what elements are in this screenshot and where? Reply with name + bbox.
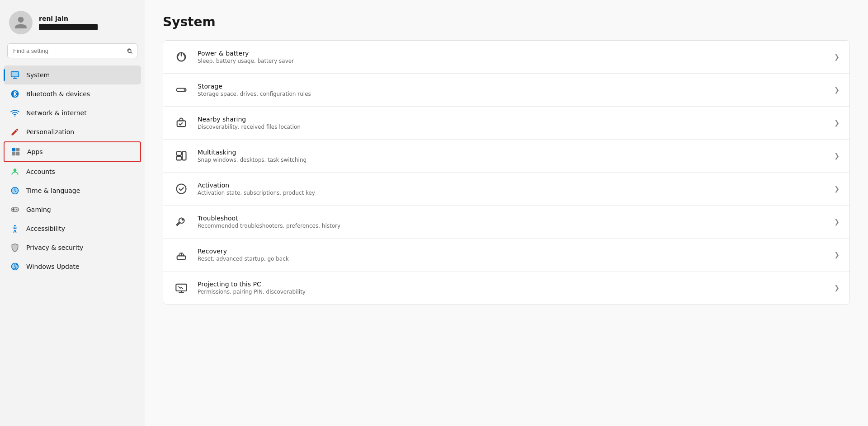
setting-title-projecting: Projecting to this PC — [198, 281, 826, 288]
sidebar-item-windowsupdate[interactable]: Windows Update — [4, 257, 141, 276]
svg-point-21 — [184, 89, 185, 91]
setting-item-multitasking[interactable]: Multitasking Snap windows, desktops, tas… — [163, 140, 849, 173]
setting-item-text-storage: Storage Storage space, drives, configura… — [198, 83, 826, 97]
activation-icon — [173, 181, 189, 197]
sidebar-item-system[interactable]: System — [4, 66, 141, 84]
svg-rect-25 — [182, 152, 186, 160]
user-section: reni jain — [0, 0, 145, 43]
bluetooth-icon: ⬇ — [10, 89, 20, 99]
setting-item-text-power: Power & battery Sleep, battery usage, ba… — [198, 50, 826, 64]
setting-item-text-multitasking: Multitasking Snap windows, desktops, tas… — [198, 149, 826, 163]
windows-update-icon — [10, 262, 20, 272]
setting-title-storage: Storage — [198, 83, 826, 90]
setting-title-activation: Activation — [198, 182, 826, 189]
setting-title-troubleshoot: Troubleshoot — [198, 215, 826, 222]
svg-rect-23 — [177, 152, 182, 155]
search-box[interactable] — [7, 43, 137, 58]
sidebar-item-label-system: System — [26, 71, 50, 79]
storage-icon — [173, 82, 189, 98]
setting-item-nearby[interactable]: Nearby sharing Discoverability, received… — [163, 107, 849, 140]
sidebar-item-time[interactable]: Time & language — [4, 181, 141, 200]
setting-desc-storage: Storage space, drives, configuration rul… — [198, 91, 826, 97]
sidebar-item-label-accounts: Accounts — [26, 168, 55, 175]
setting-item-recovery[interactable]: Recovery Reset, advanced startup, go bac… — [163, 239, 849, 272]
setting-item-storage[interactable]: Storage Storage space, drives, configura… — [163, 74, 849, 107]
chevron-icon-troubleshoot: ❯ — [834, 218, 840, 225]
apps-icon — [11, 147, 21, 157]
chevron-icon-recovery: ❯ — [834, 251, 840, 258]
setting-item-power[interactable]: Power & battery Sleep, battery usage, ba… — [163, 41, 849, 74]
setting-desc-activation: Activation state, subscriptions, product… — [198, 190, 826, 196]
main-content: System Power & battery Sleep, battery us… — [145, 0, 868, 426]
setting-title-power: Power & battery — [198, 50, 826, 57]
setting-title-multitasking: Multitasking — [198, 149, 826, 156]
sidebar-item-label-personalization: Personalization — [26, 128, 74, 136]
settings-list: Power & battery Sleep, battery usage, ba… — [163, 40, 850, 304]
sidebar-item-privacy[interactable]: Privacy & security — [4, 238, 141, 257]
sidebar-item-label-apps: Apps — [27, 148, 43, 155]
svg-point-26 — [177, 184, 186, 194]
sidebar-item-network[interactable]: Network & internet — [4, 103, 141, 122]
system-icon — [10, 70, 20, 80]
setting-desc-troubleshoot: Recommended troubleshooters, preferences… — [198, 223, 826, 229]
setting-desc-recovery: Reset, advanced startup, go back — [198, 256, 826, 262]
svg-rect-6 — [12, 148, 16, 152]
svg-point-15 — [16, 209, 17, 210]
sidebar-item-gaming[interactable]: Gaming — [4, 200, 141, 219]
setting-title-recovery: Recovery — [198, 248, 826, 255]
sidebar-item-label-windowsupdate: Windows Update — [26, 263, 80, 270]
svg-point-5 — [14, 115, 16, 116]
network-icon — [10, 108, 20, 118]
sidebar-item-label-time: Time & language — [26, 187, 80, 194]
setting-item-troubleshoot[interactable]: Troubleshoot Recommended troubleshooters… — [163, 206, 849, 239]
setting-desc-nearby: Discoverability, received files location — [198, 124, 826, 130]
recovery-icon — [173, 247, 189, 263]
setting-desc-projecting: Permissions, pairing PIN, discoverabilit… — [198, 289, 826, 295]
user-info: reni jain — [39, 15, 98, 30]
svg-point-10 — [14, 169, 17, 172]
power-icon — [173, 49, 189, 65]
chevron-icon-multitasking: ❯ — [834, 152, 840, 159]
sidebar-item-label-privacy: Privacy & security — [26, 244, 83, 251]
svg-rect-2 — [11, 72, 19, 77]
setting-item-activation[interactable]: Activation Activation state, subscriptio… — [163, 173, 849, 206]
search-icon — [127, 48, 133, 54]
setting-desc-multitasking: Snap windows, desktops, task switching — [198, 157, 826, 163]
user-email — [39, 24, 98, 30]
sidebar-item-label-gaming: Gaming — [26, 206, 51, 213]
sidebar-item-label-accessibility: Accessibility — [26, 225, 65, 232]
setting-item-text-recovery: Recovery Reset, advanced startup, go bac… — [198, 248, 826, 262]
chevron-icon-storage: ❯ — [834, 86, 840, 94]
chevron-icon-power: ❯ — [834, 53, 840, 61]
search-input[interactable] — [7, 43, 137, 58]
setting-item-text-troubleshoot: Troubleshoot Recommended troubleshooters… — [198, 215, 826, 229]
sidebar-item-personalization[interactable]: Personalization — [4, 122, 141, 141]
sidebar-item-label-bluetooth: Bluetooth & devices — [26, 90, 90, 98]
nav-list: System ⬇ Bluetooth & devices — [0, 64, 145, 426]
svg-point-17 — [14, 225, 15, 226]
setting-item-text-activation: Activation Activation state, subscriptio… — [198, 182, 826, 196]
chevron-icon-activation: ❯ — [834, 185, 840, 192]
page-title: System — [163, 14, 850, 29]
svg-rect-7 — [16, 148, 20, 152]
sidebar-item-label-network: Network & internet — [26, 109, 87, 117]
svg-rect-27 — [177, 256, 186, 259]
svg-rect-24 — [177, 156, 182, 160]
time-icon — [10, 186, 20, 196]
sidebar-item-apps[interactable]: Apps — [4, 141, 141, 162]
setting-item-projecting[interactable]: Projecting to this PC Permissions, pairi… — [163, 272, 849, 304]
setting-title-nearby: Nearby sharing — [198, 116, 826, 123]
sidebar-item-bluetooth[interactable]: ⬇ Bluetooth & devices — [4, 84, 141, 103]
avatar — [9, 11, 33, 34]
personalization-icon — [10, 127, 20, 137]
sidebar: reni jain System — [0, 0, 145, 426]
accessibility-icon — [10, 224, 20, 234]
sidebar-item-accounts[interactable]: Accounts — [4, 162, 141, 181]
setting-item-text-projecting: Projecting to this PC Permissions, pairi… — [198, 281, 826, 295]
multitasking-icon — [173, 148, 189, 164]
setting-item-text-nearby: Nearby sharing Discoverability, received… — [198, 116, 826, 130]
svg-point-16 — [17, 210, 18, 211]
chevron-icon-nearby: ❯ — [834, 119, 840, 126]
person-icon — [14, 15, 28, 30]
sidebar-item-accessibility[interactable]: Accessibility — [4, 219, 141, 238]
